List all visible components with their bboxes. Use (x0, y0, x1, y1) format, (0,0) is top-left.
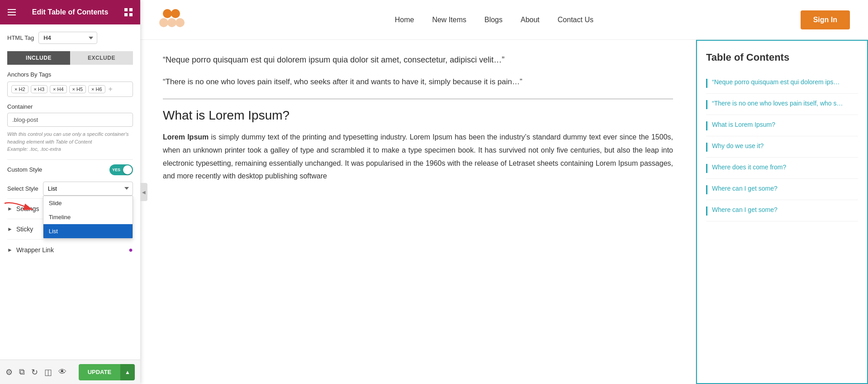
toc-title: Table of Contents (706, 52, 858, 63)
hamburger-icon[interactable] (7, 8, 16, 17)
style-option-list[interactable]: List (43, 224, 133, 238)
article-body-strong: Lorem Ipsum (163, 133, 209, 141)
wrapper-link-label: Wrapper Link (16, 246, 54, 254)
panel-header: Edit Table of Contents (0, 0, 140, 24)
tag-h5[interactable]: × H5 (69, 85, 86, 93)
nav-home[interactable]: Home (395, 16, 414, 24)
toc-bar (706, 121, 707, 130)
top-nav: Home New Items Blogs About Contact Us Si… (140, 0, 868, 40)
collapse-handle[interactable]: ◀ (140, 183, 147, 201)
update-btn-group: UPDATE ▲ (79, 364, 135, 380)
article-quote1: “Neque porro quisquam est qui dolorem ip… (163, 53, 673, 67)
arrow-annotation (0, 200, 36, 212)
history-icon[interactable]: ↻ (31, 367, 38, 377)
include-exclude-tabs: INCLUDE EXCLUDE (7, 51, 133, 65)
toc-link[interactable]: Where can I get some? (712, 206, 778, 215)
svg-rect-6 (129, 13, 133, 16)
include-tab[interactable]: INCLUDE (7, 51, 70, 65)
svg-rect-0 (8, 9, 16, 10)
svg-rect-5 (124, 13, 128, 16)
container-input[interactable] (7, 113, 133, 127)
toc-item: “There is no one who loves pain itself, … (706, 94, 858, 115)
svg-point-11 (167, 18, 176, 27)
toc-link[interactable]: Where does it come from? (712, 163, 786, 172)
style-option-timeline[interactable]: Timeline (43, 210, 133, 224)
toc-item: Where can I get some? (706, 179, 858, 200)
exclude-tab[interactable]: EXCLUDE (70, 51, 133, 65)
select-style-row: Select Style List Slide Timeline Slide T… (7, 182, 133, 196)
toc-bar (706, 206, 707, 216)
tag-h6[interactable]: × H6 (88, 85, 105, 93)
toc-sidebar: Table of Contents “Neque porro quisquam … (696, 40, 868, 384)
custom-style-toggle[interactable]: YES (109, 164, 133, 175)
wrapper-link-chevron: ► (7, 247, 13, 253)
toc-link[interactable]: Why do we use it? (712, 142, 764, 151)
update-arrow-button[interactable]: ▲ (120, 364, 135, 380)
update-button[interactable]: UPDATE (79, 364, 120, 380)
toc-bar (706, 100, 707, 109)
toc-items: “Neque porro quisquam est qui dolorem ip… (706, 72, 858, 221)
toc-link[interactable]: What is Lorem Ipsum? (712, 120, 775, 130)
divider-1 (7, 159, 133, 160)
toc-item: Where does it come from? (706, 158, 858, 179)
wrapper-link-section[interactable]: ► Wrapper Link ● (7, 239, 133, 260)
layers-icon[interactable]: ⧉ (19, 367, 25, 377)
sticky-chevron: ► (7, 226, 13, 232)
svg-rect-3 (124, 8, 128, 11)
svg-point-10 (159, 18, 168, 27)
article-body-rest: is simply dummy text of the printing and… (163, 133, 673, 180)
select-style-select[interactable]: List Slide Timeline (43, 182, 133, 196)
article-divider (163, 99, 673, 99)
main-area: Home New Items Blogs About Contact Us Si… (140, 0, 868, 384)
custom-style-label: Custom Style (7, 166, 42, 173)
anchors-tags: × H2 × H3 × H4 × H5 × H6 + (7, 82, 133, 97)
toc-link[interactable]: “There is no one who loves pain itself, … (712, 99, 843, 108)
article-heading: What is Lorem Ipsum? (163, 108, 673, 123)
left-panel: Edit Table of Contents HTML Tag H4 H1H2H… (0, 0, 140, 384)
sticky-label: Sticky (16, 226, 33, 233)
arrow-icon (0, 200, 36, 212)
sign-in-button[interactable]: Sign In (801, 10, 850, 29)
toc-link[interactable]: “Neque porro quisquam est qui dolorem ip… (712, 78, 840, 87)
wrapper-link-icon: ● (128, 246, 133, 254)
custom-style-row: Custom Style YES (7, 164, 133, 175)
nav-blogs[interactable]: Blogs (484, 16, 503, 24)
panel-body: HTML Tag H4 H1H2H3H5H6 INCLUDE EXCLUDE A… (0, 24, 140, 360)
nav-contact-us[interactable]: Contact Us (558, 16, 593, 24)
tag-h3[interactable]: × H3 (31, 85, 48, 93)
logo[interactable] (158, 7, 188, 32)
svg-rect-4 (129, 8, 133, 11)
svg-rect-1 (8, 12, 16, 13)
style-dropdown: Slide Timeline List (43, 196, 133, 239)
panel-title: Edit Table of Contents (32, 8, 109, 16)
svg-rect-2 (8, 14, 16, 15)
tag-h2[interactable]: × H2 (11, 85, 28, 93)
toc-item: Why do we use it? (706, 136, 858, 158)
nav-about[interactable]: About (521, 16, 540, 24)
toc-bar (706, 185, 707, 194)
select-style-label: Select Style (7, 185, 38, 192)
html-tag-select[interactable]: H4 H1H2H3H5H6 (38, 32, 97, 44)
add-tag-icon[interactable]: + (109, 85, 113, 93)
panel-bottom: ⚙ ⧉ ↻ ◫ 👁 UPDATE ▲ (0, 360, 140, 384)
settings-bottom-icon[interactable]: ⚙ (5, 367, 13, 377)
tag-h4[interactable]: × H4 (50, 85, 67, 93)
grid-icon[interactable] (124, 8, 133, 17)
html-tag-label: HTML Tag (7, 34, 34, 41)
toc-item: Where can I get some? (706, 200, 858, 221)
style-option-slide[interactable]: Slide (43, 196, 133, 210)
anchors-label: Anchors By Tags (7, 71, 133, 78)
helper-text: With this control you can use only a spe… (7, 130, 133, 153)
device-icon[interactable]: ◫ (44, 367, 52, 377)
toc-item: What is Lorem Ipsum? (706, 115, 858, 136)
toc-link[interactable]: Where can I get some? (712, 184, 778, 193)
container-label: Container (7, 103, 133, 110)
nav-new-items[interactable]: New Items (432, 16, 466, 24)
article-area: “Neque porro quisquam est qui dolorem ip… (140, 40, 696, 384)
eye-icon[interactable]: 👁 (58, 367, 66, 377)
article-quote2: “There is no one who loves pain itself, … (163, 76, 673, 88)
content-body: “Neque porro quisquam est qui dolorem ip… (140, 40, 868, 384)
bottom-icons: ⚙ ⧉ ↻ ◫ 👁 (5, 367, 66, 377)
nav-links: Home New Items Blogs About Contact Us (395, 16, 593, 24)
svg-point-12 (175, 18, 185, 27)
